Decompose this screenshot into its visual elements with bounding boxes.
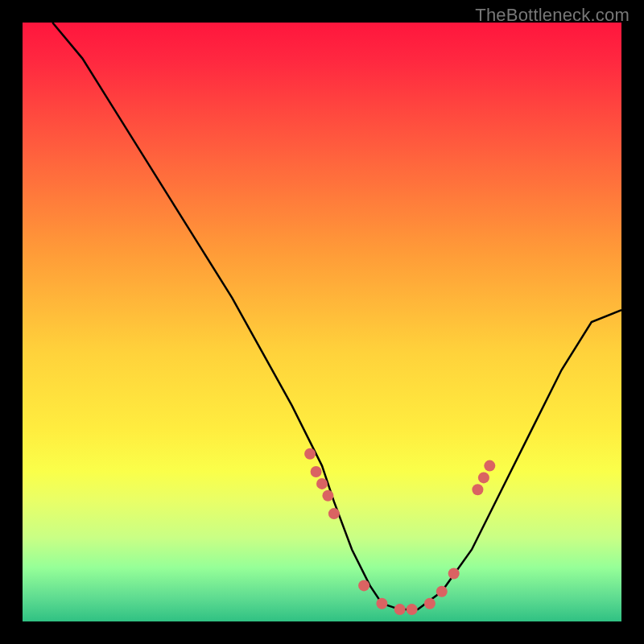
data-point [407, 604, 418, 615]
data-point [448, 568, 460, 580]
data-point [436, 586, 448, 597]
data-point [322, 490, 333, 502]
bottleneck-curve [52, 23, 621, 609]
data-point [478, 472, 489, 483]
data-point [376, 598, 387, 609]
data-point [304, 448, 316, 460]
data-point [358, 580, 369, 591]
data-point [424, 598, 436, 609]
chart-overlay [23, 23, 621, 621]
watermark-text: TheBottleneck.com [475, 5, 630, 26]
data-point [316, 478, 328, 489]
data-point [484, 460, 495, 472]
data-point [311, 466, 322, 477]
data-point [472, 484, 483, 495]
data-points [304, 448, 495, 615]
chart-frame: TheBottleneck.com [0, 0, 644, 644]
data-point [328, 508, 340, 519]
data-point [394, 604, 406, 615]
